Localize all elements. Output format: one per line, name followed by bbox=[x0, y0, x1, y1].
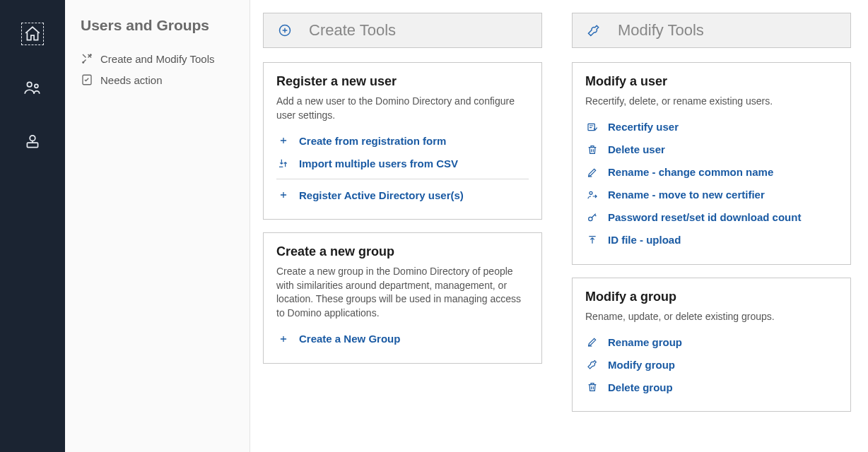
import-icon bbox=[276, 156, 291, 170]
rail-users[interactable] bbox=[18, 73, 47, 102]
trash-icon bbox=[585, 143, 599, 157]
modify-tools-title: Modify Tools bbox=[618, 21, 704, 40]
plus-circle-icon bbox=[278, 23, 292, 37]
svg-point-9 bbox=[590, 191, 592, 194]
card-modify-group: Modify a group Rename, update, or delete… bbox=[572, 278, 851, 412]
wrench-icon bbox=[587, 23, 601, 37]
action-label: Register Active Directory user(s) bbox=[299, 189, 464, 201]
svg-point-0 bbox=[27, 82, 32, 87]
side-panel-title: Users and Groups bbox=[81, 17, 233, 34]
action-list: Register Active Directory user(s) bbox=[276, 184, 529, 206]
checklist-icon bbox=[81, 73, 93, 86]
svg-point-10 bbox=[589, 217, 592, 220]
action-label: Create from registration form bbox=[299, 135, 446, 147]
action-create-from-form[interactable]: Create from registration form bbox=[276, 129, 529, 152]
action-list: Create a New Group bbox=[276, 328, 529, 350]
action-recertify-user[interactable]: Recertify user bbox=[585, 116, 838, 138]
wrench-icon bbox=[585, 357, 599, 371]
action-label: Rename - move to new certifier bbox=[608, 189, 765, 201]
svg-rect-8 bbox=[588, 124, 594, 130]
action-register-ad-users[interactable]: Register Active Directory user(s) bbox=[276, 184, 529, 206]
action-label: Import multiple users from CSV bbox=[299, 157, 458, 170]
action-label: Rename - change common name bbox=[608, 166, 773, 178]
person-move-icon bbox=[585, 188, 599, 202]
card-register-user: Register a new user Add a new user to th… bbox=[263, 62, 542, 220]
key-icon bbox=[585, 210, 599, 225]
action-label: Delete user bbox=[608, 143, 665, 155]
card-modify-user: Modify a user Recertify, delete, or rena… bbox=[572, 62, 851, 265]
trash-icon bbox=[585, 380, 599, 394]
action-rename-group[interactable]: Rename group bbox=[585, 331, 838, 353]
action-label: Delete group bbox=[608, 381, 673, 393]
svg-rect-3 bbox=[27, 143, 37, 148]
side-panel: Users and Groups Create and Modify Tools… bbox=[65, 0, 250, 452]
action-label: Recertify user bbox=[608, 121, 679, 133]
machine-icon bbox=[23, 132, 42, 150]
main-content: Create Tools Register a new user Add a n… bbox=[250, 0, 868, 452]
divider bbox=[276, 179, 529, 179]
create-tools-column: Create Tools Register a new user Add a n… bbox=[263, 13, 542, 439]
side-item-label: Needs action bbox=[100, 74, 163, 86]
card-title: Create a new group bbox=[276, 244, 529, 259]
action-password-reset[interactable]: Password reset/set id download count bbox=[585, 206, 838, 229]
pencil-icon bbox=[585, 335, 599, 349]
card-title: Modify a user bbox=[585, 74, 838, 89]
modify-tools-header: Modify Tools bbox=[572, 13, 851, 48]
pencil-icon bbox=[585, 165, 599, 179]
plus-icon bbox=[276, 188, 291, 202]
rail-machine[interactable] bbox=[18, 127, 47, 155]
action-label: Create a New Group bbox=[299, 333, 400, 345]
upload-icon bbox=[585, 233, 599, 247]
action-delete-group[interactable]: Delete group bbox=[585, 376, 838, 398]
action-delete-user[interactable]: Delete user bbox=[585, 138, 838, 161]
side-item-needs-action[interactable]: Needs action bbox=[81, 69, 233, 90]
card-desc: Create a new group in the Domino Directo… bbox=[276, 265, 529, 320]
action-list: Rename group Modify group Delete group bbox=[585, 331, 838, 398]
users-icon bbox=[23, 78, 42, 97]
nav-rail bbox=[0, 0, 65, 452]
action-list: Recertify user Delete user Rename - chan… bbox=[585, 116, 838, 251]
plus-icon bbox=[276, 133, 291, 148]
create-tools-header: Create Tools bbox=[263, 13, 542, 48]
plus-icon bbox=[276, 332, 291, 346]
action-label: Rename group bbox=[608, 336, 682, 348]
modify-tools-column: Modify Tools Modify a user Recertify, de… bbox=[572, 13, 851, 439]
action-rename-move-certifier[interactable]: Rename - move to new certifier bbox=[585, 184, 838, 206]
side-item-label: Create and Modify Tools bbox=[100, 53, 214, 65]
card-create-group: Create a new group Create a new group in… bbox=[263, 232, 542, 363]
action-rename-common-name[interactable]: Rename - change common name bbox=[585, 161, 838, 184]
action-create-new-group[interactable]: Create a New Group bbox=[276, 328, 529, 350]
card-desc: Recertify, delete, or rename existing us… bbox=[585, 95, 838, 109]
action-label: Modify group bbox=[608, 359, 675, 371]
svg-point-1 bbox=[35, 84, 38, 88]
home-icon bbox=[23, 25, 42, 43]
card-title: Modify a group bbox=[585, 290, 838, 304]
card-desc: Rename, update, or delete existing group… bbox=[585, 310, 838, 324]
create-tools-title: Create Tools bbox=[309, 21, 396, 40]
action-modify-group[interactable]: Modify group bbox=[585, 353, 838, 376]
card-desc: Add a new user to the Domino Directory a… bbox=[276, 95, 529, 122]
svg-point-2 bbox=[30, 136, 35, 141]
recertify-icon bbox=[585, 120, 599, 134]
action-import-csv[interactable]: Import multiple users from CSV bbox=[276, 152, 529, 174]
tools-icon bbox=[81, 52, 93, 65]
action-list: Create from registration form Import mul… bbox=[276, 129, 529, 174]
card-title: Register a new user bbox=[276, 74, 529, 89]
action-label: Password reset/set id download count bbox=[608, 211, 801, 223]
action-id-file-upload[interactable]: ID file - upload bbox=[585, 229, 838, 251]
action-label: ID file - upload bbox=[608, 234, 681, 246]
rail-home[interactable] bbox=[18, 20, 47, 48]
side-item-create-modify-tools[interactable]: Create and Modify Tools bbox=[81, 48, 233, 69]
